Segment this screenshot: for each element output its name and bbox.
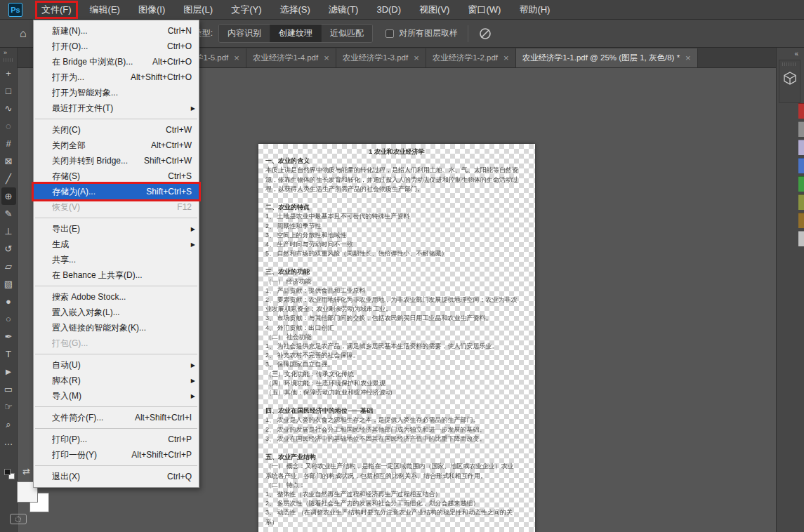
swap-colors-icon[interactable]: ⇄ (22, 466, 30, 477)
document-page[interactable]: 1 农业和农业经济学 一、农业的含义 本质上讲是自然界中物质与能量的转化过程，是… (258, 144, 535, 532)
sample-all-layers-checkbox[interactable] (385, 29, 394, 38)
menu-item-label: 关闭全部 (52, 140, 144, 152)
zoom-tool[interactable]: ⌕ (1, 415, 16, 433)
menu-item-open[interactable]: 打开(O)... Ctrl+O (34, 39, 199, 54)
proximity-match-button[interactable]: 近似匹配 (322, 25, 372, 42)
default-colors-icon[interactable] (4, 469, 16, 481)
menu-layer[interactable]: 图层(L) (177, 1, 219, 19)
menu-item-open-smart-object[interactable]: 打开为智能对象... (34, 85, 199, 100)
frame-tool[interactable]: ⊠ (1, 152, 16, 170)
menu-item-save[interactable]: 存储(S) Ctrl+S (34, 168, 199, 184)
color-swatch[interactable] (798, 176, 804, 192)
tab-doc-1-3[interactable]: 农业经济学1-3.pdf × (336, 48, 426, 67)
menu-item-share[interactable]: 共享... (34, 252, 199, 267)
create-texture-button[interactable]: 创建纹理 (270, 25, 322, 42)
menu-separator (35, 119, 197, 119)
toolbar-flyout-icon[interactable]: » (0, 48, 17, 56)
document-text-line: （二） 社会功能 (265, 333, 528, 342)
menu-item-share-behance[interactable]: 在 Behance 上共享(D)... (34, 267, 199, 283)
menu-item-close-goto-bridge[interactable]: 关闭并转到 Bridge... Shift+Ctrl+W (34, 153, 199, 168)
menu-item-label: 新建(N)... (52, 25, 161, 37)
toolbar-grabber[interactable] (4, 58, 13, 62)
color-swatch[interactable] (798, 140, 804, 155)
tab-doc-1-2[interactable]: 农业经济学1-2.pdf × (426, 48, 516, 67)
menu-item-export[interactable]: 导出(E) ▶ (34, 221, 199, 237)
menu-item-browse-bridge[interactable]: 在 Bridge 中浏览(B)... Alt+Ctrl+O (34, 54, 199, 69)
move-tool[interactable]: + (1, 65, 16, 82)
eyedropper-tool[interactable]: ╱ (1, 170, 16, 187)
edit-toolbar-button[interactable]: … (1, 433, 16, 451)
marquee-tool[interactable]: □ (1, 82, 16, 100)
hand-tool[interactable]: ☞ (1, 398, 16, 415)
sampling-ring-icon[interactable] (478, 27, 492, 41)
menu-edit[interactable]: 编辑(E) (84, 1, 126, 19)
menu-help[interactable]: 帮助(H) (513, 1, 556, 19)
gradient-tool[interactable]: ▧ (1, 275, 16, 293)
tab-close-icon[interactable]: × (414, 53, 419, 62)
menu-item-generate[interactable]: 生成 ▶ (34, 237, 199, 252)
path-selection-tool[interactable]: ► (1, 363, 16, 380)
lasso-tool[interactable]: ∿ (1, 100, 16, 117)
tab-close-icon[interactable]: × (324, 53, 329, 62)
menu-file[interactable]: 文件(F) (35, 1, 78, 19)
color-swatch[interactable] (798, 158, 804, 173)
tab-close-icon[interactable]: × (503, 53, 509, 62)
menu-item-search-adobe-stock[interactable]: 搜索 Adobe Stock... (34, 289, 199, 305)
menu-item-file-info[interactable]: 文件简介(F)... Alt+Shift+Ctrl+I (34, 410, 199, 425)
home-icon[interactable]: ⌂ (20, 27, 27, 40)
menu-filter[interactable]: 滤镜(T) (322, 1, 365, 19)
rectangle-tool[interactable]: ▭ (1, 380, 16, 398)
menu-item-automate[interactable]: 自动(U) ▶ (34, 357, 199, 373)
dodge-tool[interactable]: ○ (1, 310, 16, 328)
tab-doc-1-4[interactable]: 农业经济学1-4.pdf × (246, 48, 336, 67)
menu-bar-item-label: 编辑(E) (90, 4, 120, 15)
pen-tool[interactable]: ✒ (1, 328, 16, 345)
menu-view[interactable]: 视图(V) (413, 1, 456, 19)
tab-close-icon[interactable]: × (234, 53, 239, 62)
brush-tool[interactable]: ✎ (1, 205, 16, 222)
menu-item-open-as[interactable]: 打开为... Alt+Shift+Ctrl+O (34, 69, 199, 85)
collapse-panels-icon[interactable]: « (794, 50, 799, 58)
blur-tool[interactable]: ● (1, 293, 16, 310)
content-aware-button[interactable]: 内容识别 (219, 25, 270, 42)
menu-item-close[interactable]: 关闭(C) Ctrl+W (34, 122, 199, 138)
menu-item-print[interactable]: 打印(P)... Ctrl+P (34, 432, 199, 447)
menu-item-scripts[interactable]: 脚本(R) ▶ (34, 373, 199, 388)
menu-item-open-recent[interactable]: 最近打开文件(T) ▶ (34, 100, 199, 116)
menu-item-place-linked[interactable]: 置入链接的智能对象(K)... (34, 320, 199, 335)
quick-selection-tool[interactable]: ◌ (1, 117, 16, 135)
photoshop-window: { "app": { "logo": "Ps" }, "colors": { "… (0, 0, 804, 532)
menu-item-save-as[interactable]: 存储为(A)... Shift+Ctrl+S (34, 184, 199, 199)
clone-stamp-tool[interactable]: ⊥ (1, 222, 16, 240)
menu-item-place-embedded[interactable]: 置入嵌入对象(L)... (34, 305, 199, 320)
tab-doc-1-1-active[interactable]: 农业经济学1-1.pdf @ 25% (图层 1, 灰色/8) * × (516, 48, 698, 67)
spot-healing-brush-tool[interactable]: ⊕ (1, 187, 16, 205)
eraser-tool[interactable]: ▱ (1, 258, 16, 275)
menu-item-exit[interactable]: 退出(X) Ctrl+Q (34, 469, 199, 484)
menu-item-import[interactable]: 导入(M) ▶ (34, 388, 199, 404)
crop-tool[interactable]: # (1, 135, 16, 152)
menu-item-revert[interactable]: 恢复(V) F12 (34, 199, 199, 215)
menu-select[interactable]: 选择(S) (273, 1, 316, 19)
menu-item-package[interactable]: 打包(G)... (34, 335, 199, 351)
color-swatch[interactable] (798, 121, 804, 137)
menu-item-new[interactable]: 新建(N)... Ctrl+N (34, 23, 199, 39)
menu-item-close-all[interactable]: 关闭全部 Alt+Ctrl+W (34, 138, 199, 153)
tab-close-icon[interactable]: × (685, 53, 691, 62)
color-swatch[interactable] (798, 194, 804, 210)
3d-panel-button[interactable] (779, 60, 800, 103)
quick-mask-button[interactable] (10, 514, 27, 524)
color-swatch[interactable] (798, 213, 804, 228)
type-tool[interactable]: T (1, 345, 16, 363)
menu-window[interactable]: 窗口(W) (461, 1, 507, 19)
history-brush-tool[interactable]: ↺ (1, 240, 16, 258)
menu-item-print-one-copy[interactable]: 打印一份(Y) Alt+Shift+Ctrl+P (34, 447, 199, 463)
menu-item-shortcut: Alt+Shift+Ctrl+O (131, 72, 192, 82)
menu-3d[interactable]: 3D(D) (370, 1, 407, 18)
menu-type[interactable]: 文字(Y) (225, 1, 268, 19)
color-swatch[interactable] (798, 231, 804, 246)
tool-glyph: ✎ (5, 208, 13, 219)
menu-image[interactable]: 图像(I) (132, 1, 171, 19)
color-swatch[interactable] (798, 103, 804, 119)
document-tab-label: 农业经济学1-4.pdf (253, 53, 318, 63)
